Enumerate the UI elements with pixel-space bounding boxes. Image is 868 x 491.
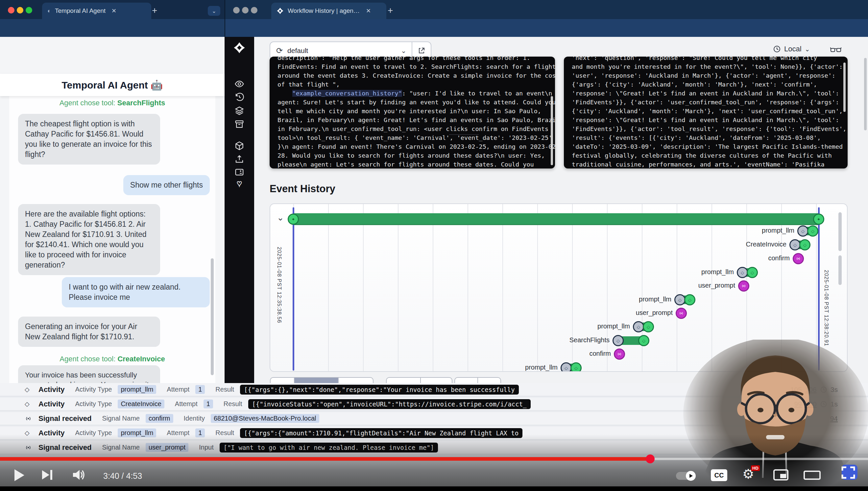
new-tab-button[interactable]: + [388, 6, 393, 15]
field-value-chip: user_prompt [146, 443, 188, 452]
signal-event-marker[interactable] [738, 280, 749, 292]
activity-schedu­led-marker[interactable]: ◇ [789, 239, 801, 251]
activity-completed-marker[interactable]: ◇ [799, 239, 810, 251]
workflow-marker[interactable]: ✦ [813, 213, 824, 225]
timeline-gridline [572, 204, 573, 371]
code-line: description": "Help the user gather args… [278, 57, 545, 62]
activity-completed-marker[interactable]: ◇ [807, 225, 818, 237]
field-value-chip: CreateInvoice [118, 400, 164, 408]
field-value-chip: 1 [195, 429, 205, 437]
new-tab-button[interactable]: + [152, 6, 157, 15]
activity-diamond-icon: ◇ [25, 386, 33, 393]
memo-payload-panel[interactable]: 'next': 'question', 'response': "Sure! C… [564, 57, 848, 169]
import-upload-icon[interactable] [235, 154, 244, 164]
temporal-logo-icon[interactable] [233, 41, 246, 54]
miniplayer-button[interactable] [773, 469, 788, 481]
video-progress-played[interactable] [0, 457, 648, 461]
code-line: agent: Sure! Let's start by finding an e… [278, 98, 545, 107]
timezone-select[interactable]: Local ⌄ [773, 45, 810, 53]
settings-gear-icon[interactable]: ⚙HD [742, 467, 754, 481]
code-line: 'response': \"Great! Let's find an event… [572, 89, 838, 98]
signal-event-marker[interactable] [614, 348, 625, 360]
code-line: festival globally, celebrating the diver… [572, 151, 838, 160]
activity-schedu­led-marker[interactable]: ◇ [797, 225, 808, 237]
labs-card-icon[interactable] [235, 167, 244, 177]
schedules-clock-icon[interactable] [235, 92, 244, 102]
zoom-traffic-light-inactive[interactable] [251, 7, 257, 13]
bot-message-bubble: The cheapest flight option is with Catha… [18, 114, 160, 165]
close-traffic-light-inactive[interactable] [233, 7, 240, 13]
code-line: tell me which city and month you're inte… [278, 107, 545, 116]
tab-search-icon[interactable]: ⌄ [208, 6, 220, 16]
code-scrollbar[interactable] [551, 96, 553, 165]
tab-temporal-ai-agent[interactable]: ◐ Temporal AI Agent ✕ [42, 3, 151, 19]
clock-icon [773, 45, 781, 53]
timeline-event-label: prompt_llm [553, 295, 671, 303]
feedback-heart-icon[interactable]: ♥ [237, 178, 242, 189]
volume-icon[interactable] [72, 469, 86, 481]
collapse-chevron-icon[interactable]: ⌄ [277, 212, 284, 223]
timeline-cursor-line [292, 207, 294, 371]
result-payload[interactable]: ["I want to go with air new zealand. Ple… [220, 443, 438, 453]
zoom-traffic-light[interactable] [26, 7, 32, 13]
activity-completed-marker[interactable]: ◇ [638, 335, 649, 346]
input-payload-panel[interactable]: description": "Help the user gather args… [270, 57, 555, 169]
next-button[interactable] [42, 470, 52, 480]
namespace-icon: ⟳ [276, 46, 283, 55]
activity-schedu­led-marker[interactable]: ◇ [633, 321, 644, 333]
result-payload[interactable]: [{"args":{},"next":"done","response":"Yo… [240, 385, 519, 395]
activity-completed-marker[interactable]: ◇ [570, 362, 582, 372]
fullscreen-button[interactable] [840, 465, 856, 480]
close-traffic-light[interactable] [8, 7, 14, 13]
activity-schedu­led-marker[interactable]: ◇ [674, 294, 685, 306]
timeline-gridline [468, 204, 468, 371]
chat-scrollbar[interactable] [211, 258, 214, 375]
chevron-down-icon: ⌄ [401, 47, 406, 55]
activity-completed-marker[interactable]: ◇ [643, 321, 654, 333]
result-payload[interactable]: [{"args":{"amount":1710.91,"flightDetail… [240, 428, 522, 438]
activity-schedu­led-marker[interactable]: ◇ [561, 362, 572, 372]
nexus-cube-icon[interactable] [235, 141, 244, 151]
left-browser-toolbar: ← → ⟳ ⓘ localhost:5173 ☆ Ci ⬚ ⋮ [0, 19, 224, 37]
minimize-traffic-light-inactive[interactable] [242, 7, 249, 13]
captions-button[interactable]: CC [711, 469, 727, 481]
signal-icon [25, 415, 33, 422]
open-external-icon[interactable] [417, 47, 426, 55]
archive-box-icon[interactable] [235, 119, 244, 129]
timeline-scrollbar[interactable] [838, 212, 842, 251]
code-line: tool>\n tool_result: { 'event_name': 'Ca… [278, 133, 545, 142]
signal-event-marker[interactable] [793, 253, 804, 264]
timeline-gridline [398, 204, 399, 371]
result-payload[interactable]: [{"invoiceStatus":"open","invoiceURL":"h… [248, 399, 531, 409]
video-scrubber[interactable] [646, 455, 655, 463]
timeline-gridline [607, 204, 608, 371]
globe-favicon: ◐ [48, 7, 51, 15]
signal-event-marker[interactable] [676, 308, 687, 319]
batch-layers-icon[interactable] [235, 105, 244, 115]
autoplay-toggle[interactable] [676, 472, 695, 480]
close-tab-icon[interactable]: ✕ [112, 7, 116, 15]
theater-mode-button[interactable] [804, 470, 820, 480]
data-encoder-glasses-icon[interactable] [830, 46, 841, 54]
play-button[interactable] [14, 469, 24, 481]
field-label: Attempt [175, 400, 197, 408]
activity-completed-marker[interactable]: ◇ [747, 267, 758, 278]
sidebar-divider [449, 134, 479, 135]
video-progress-remaining[interactable] [653, 458, 868, 460]
code-line: 'response': \"Great! Let's find an event… [572, 116, 838, 124]
code-scrollbar[interactable] [843, 62, 846, 112]
workflow-marker[interactable]: ✦ [288, 213, 299, 225]
code-line: {'city': 'Auckland', 'month': 'March'}, … [572, 107, 838, 116]
activity-schedu­led-marker[interactable]: ◇ [737, 267, 748, 278]
close-tab-icon[interactable]: ✕ [366, 7, 371, 15]
page-scrollbar[interactable] [864, 58, 867, 130]
timeline-end-timestamp: 2025-01-08 PST 12:38:20.91 [823, 270, 829, 346]
code-line: Brazil, in February\n agent: Great! Let'… [278, 116, 545, 124]
workflow-execution-bar[interactable] [293, 213, 819, 225]
tab-workflow-history[interactable]: Workflow History | agent-wor ✕ [271, 3, 386, 19]
minimize-traffic-light[interactable] [17, 7, 23, 13]
activity-completed-marker[interactable]: ◇ [684, 294, 695, 306]
workflows-eye-icon[interactable] [235, 79, 244, 89]
activity-schedu­led-marker[interactable]: ◇ [613, 335, 624, 346]
timeline-scrollbar[interactable] [838, 255, 842, 285]
